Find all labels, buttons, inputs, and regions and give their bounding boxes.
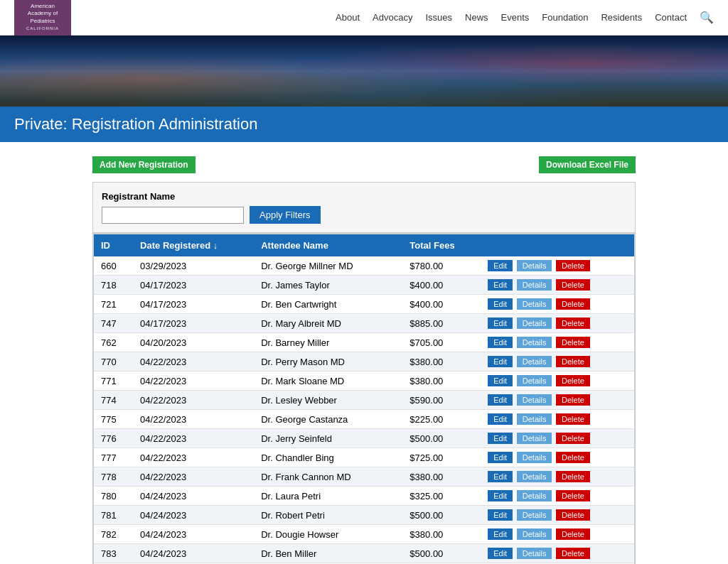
- nav-residents[interactable]: Residents: [601, 12, 642, 23]
- nav-events[interactable]: Events: [501, 12, 530, 23]
- cell-name: Dr. Barney Miller: [254, 333, 402, 352]
- cell-name: Dr. James Taylor: [254, 276, 402, 295]
- edit-button[interactable]: Edit: [488, 452, 513, 463]
- logo: AmericanAcademy ofPediatricsCALIFORNIA: [14, 0, 71, 36]
- delete-button[interactable]: Delete: [556, 528, 590, 540]
- details-button[interactable]: Details: [517, 433, 552, 444]
- details-button[interactable]: Details: [517, 471, 552, 482]
- cell-name: Dr. Jerry Seinfeld: [254, 429, 402, 448]
- cell-id: 771: [94, 372, 134, 391]
- nav-issues[interactable]: Issues: [425, 12, 452, 23]
- details-button[interactable]: Details: [517, 260, 552, 271]
- edit-button[interactable]: Edit: [488, 260, 513, 271]
- cell-fees: $400.00: [402, 295, 481, 314]
- nav-about[interactable]: About: [336, 12, 360, 23]
- filter-row: Apply Filters: [102, 206, 626, 224]
- edit-button[interactable]: Edit: [488, 528, 513, 540]
- edit-button[interactable]: Edit: [488, 471, 513, 482]
- registrant-name-input[interactable]: [102, 207, 244, 224]
- details-button[interactable]: Details: [517, 413, 552, 425]
- details-button[interactable]: Details: [517, 279, 552, 291]
- registrations-table: ID Date Registered ↓ Attendee Name Total…: [93, 234, 635, 564]
- table-row: 771 04/22/2023 Dr. Mark Sloane MD $380.0…: [94, 372, 635, 391]
- delete-button[interactable]: Delete: [556, 260, 590, 271]
- edit-button[interactable]: Edit: [488, 318, 513, 329]
- col-header-date[interactable]: Date Registered ↓: [133, 234, 254, 257]
- cell-actions: Edit Details Delete: [481, 352, 634, 372]
- page-title: Private: Registration Administration: [14, 115, 714, 134]
- edit-button[interactable]: Edit: [488, 509, 513, 521]
- details-button[interactable]: Details: [517, 337, 552, 348]
- delete-button[interactable]: Delete: [556, 452, 590, 463]
- nav-foundation[interactable]: Foundation: [542, 12, 588, 23]
- search-icon[interactable]: 🔍: [700, 11, 714, 24]
- delete-button[interactable]: Delete: [556, 279, 590, 291]
- details-button[interactable]: Details: [517, 452, 552, 463]
- nav-advocacy[interactable]: Advocacy: [373, 12, 412, 23]
- edit-button[interactable]: Edit: [488, 413, 513, 425]
- cell-name: Dr. George Millner MD: [254, 256, 402, 276]
- delete-button[interactable]: Delete: [556, 548, 590, 559]
- delete-button[interactable]: Delete: [556, 375, 590, 386]
- cell-date: 04/22/2023: [133, 467, 254, 487]
- edit-button[interactable]: Edit: [488, 337, 513, 348]
- details-button[interactable]: Details: [517, 375, 552, 386]
- delete-button[interactable]: Delete: [556, 433, 590, 444]
- edit-button[interactable]: Edit: [488, 548, 513, 559]
- delete-button[interactable]: Delete: [556, 337, 590, 348]
- cell-name: Dr. Ben Cartwright: [254, 295, 402, 314]
- cell-id: 778: [94, 467, 134, 487]
- delete-button[interactable]: Delete: [556, 490, 590, 501]
- cell-date: 04/24/2023: [133, 506, 254, 525]
- delete-button[interactable]: Delete: [556, 471, 590, 482]
- delete-button[interactable]: Delete: [556, 509, 590, 521]
- details-button[interactable]: Details: [517, 356, 552, 367]
- table-row: 776 04/22/2023 Dr. Jerry Seinfeld $500.0…: [94, 429, 635, 448]
- cell-name: Dr. Chandler Bing: [254, 448, 402, 467]
- edit-button[interactable]: Edit: [488, 490, 513, 501]
- table-row: 777 04/22/2023 Dr. Chandler Bing $725.00…: [94, 448, 635, 467]
- table-row: 762 04/20/2023 Dr. Barney Miller $705.00…: [94, 333, 635, 352]
- logo-text: AmericanAcademy ofPediatricsCALIFORNIA: [26, 3, 59, 33]
- edit-button[interactable]: Edit: [488, 298, 513, 310]
- download-excel-button[interactable]: Download Excel File: [539, 156, 636, 173]
- cell-date: 04/24/2023: [133, 544, 254, 563]
- details-button[interactable]: Details: [517, 548, 552, 559]
- delete-button[interactable]: Delete: [556, 318, 590, 329]
- details-button[interactable]: Details: [517, 490, 552, 501]
- details-button[interactable]: Details: [517, 298, 552, 310]
- cell-id: 783: [94, 544, 134, 563]
- table-row: 774 04/22/2023 Dr. Lesley Webber $590.00…: [94, 391, 635, 410]
- col-header-id[interactable]: ID: [94, 234, 134, 257]
- details-button[interactable]: Details: [517, 528, 552, 540]
- edit-button[interactable]: Edit: [488, 394, 513, 406]
- apply-filters-button[interactable]: Apply Filters: [250, 206, 321, 224]
- filter-section: Registrant Name Apply Filters: [92, 182, 636, 233]
- cell-date: 04/22/2023: [133, 448, 254, 467]
- nav-contact[interactable]: Contact: [655, 12, 687, 23]
- cell-name: Dr. Robert Petri: [254, 506, 402, 525]
- cell-fees: $705.00: [402, 333, 481, 352]
- edit-button[interactable]: Edit: [488, 433, 513, 444]
- edit-button[interactable]: Edit: [488, 375, 513, 386]
- edit-button[interactable]: Edit: [488, 356, 513, 367]
- cell-actions: Edit Details Delete: [481, 391, 634, 410]
- col-header-name: Attendee Name: [254, 234, 402, 257]
- delete-button[interactable]: Delete: [556, 298, 590, 310]
- delete-button[interactable]: Delete: [556, 394, 590, 406]
- details-button[interactable]: Details: [517, 318, 552, 329]
- cell-date: 04/20/2023: [133, 333, 254, 352]
- cell-name: Dr. Laura Petri: [254, 487, 402, 506]
- delete-button[interactable]: Delete: [556, 356, 590, 367]
- cell-actions: Edit Details Delete: [481, 487, 634, 506]
- cell-actions: Edit Details Delete: [481, 410, 634, 429]
- nav-news[interactable]: News: [465, 12, 488, 23]
- details-button[interactable]: Details: [517, 394, 552, 406]
- delete-button[interactable]: Delete: [556, 413, 590, 425]
- hero-image: [0, 36, 728, 107]
- header: AmericanAcademy ofPediatricsCALIFORNIA A…: [0, 0, 728, 36]
- add-registration-button[interactable]: Add New Registration: [92, 156, 196, 173]
- details-button[interactable]: Details: [517, 509, 552, 521]
- edit-button[interactable]: Edit: [488, 279, 513, 291]
- main-content: Add New Registration Download Excel File…: [0, 142, 728, 564]
